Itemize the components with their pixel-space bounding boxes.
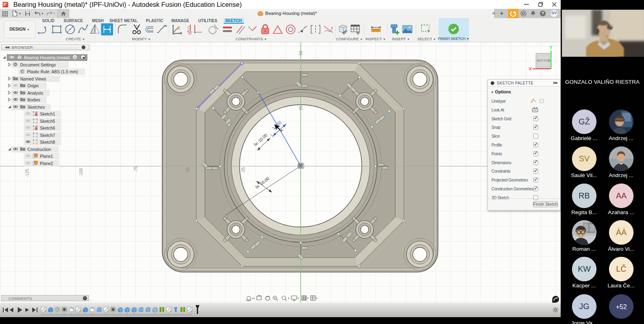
- svg-text:-100: -100: [78, 168, 83, 176]
- svg-text:-50: -50: [185, 167, 190, 173]
- svg-text:50: 50: [298, 51, 303, 56]
- svg-text:?: ?: [541, 11, 544, 16]
- svg-text:-125: -125: [25, 169, 29, 177]
- svg-text:Y: Y: [549, 45, 553, 50]
- svg-text:-75: -75: [133, 166, 138, 172]
- svg-text:25: 25: [298, 105, 303, 110]
- svg-text:-25: -25: [241, 167, 246, 173]
- svg-text:X: X: [529, 66, 532, 71]
